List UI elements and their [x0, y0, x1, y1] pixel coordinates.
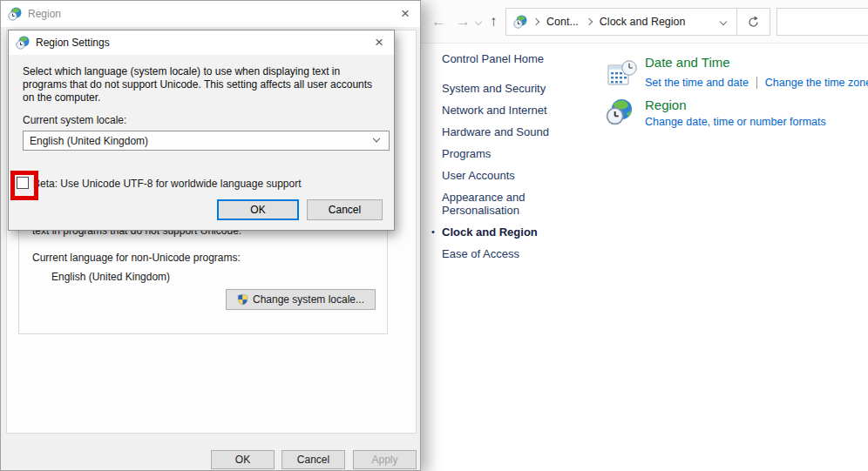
- breadcrumb-current[interactable]: Clock and Region: [596, 16, 689, 28]
- breadcrumb-chevron-icon[interactable]: [532, 18, 539, 25]
- breadcrumb-chevron-icon[interactable]: [586, 18, 593, 25]
- utf8-beta-checkbox-label[interactable]: Beta: Use Unicode UTF-8 for worldwide la…: [33, 178, 302, 190]
- up-icon[interactable]: ↑: [490, 11, 498, 32]
- control-panel-nav: Control Panel Home System and Security N…: [442, 52, 574, 269]
- region-settings-ok-button[interactable]: OK: [217, 199, 299, 220]
- refresh-icon[interactable]: [737, 16, 770, 29]
- back-icon[interactable]: ←: [431, 11, 446, 32]
- region-globe-icon: [8, 7, 22, 21]
- explorer-toolbar: ← → ↑ Cont... Clock and Region: [421, 0, 868, 44]
- address-bar[interactable]: Cont... Clock and Region: [505, 8, 770, 36]
- region-apply-button: Apply: [353, 450, 417, 469]
- section-date-and-time-title[interactable]: Date and Time: [645, 55, 730, 70]
- region-settings-title: Region Settings: [36, 37, 110, 49]
- close-icon[interactable]: ×: [390, 1, 420, 27]
- nav-label: Clock and Region: [442, 225, 538, 239]
- region-icon[interactable]: [606, 98, 633, 128]
- region-dialog-title: Region: [28, 8, 61, 20]
- link-change-time-zone[interactable]: Change the time zone: [765, 77, 868, 89]
- nav-clock-and-region[interactable]: • Clock and Region: [442, 225, 574, 239]
- nav-hardware-and-sound[interactable]: Hardware and Sound: [442, 125, 574, 138]
- screenshot-root: ← → ↑ Cont... Clock and Region: [0, 0, 868, 471]
- current-language-value: English (United Kingdom): [51, 271, 170, 283]
- region-globe-icon: [16, 36, 30, 50]
- region-settings-cancel-button[interactable]: Cancel: [307, 199, 383, 220]
- search-input[interactable]: [777, 9, 868, 35]
- date-time-icon[interactable]: [607, 58, 637, 91]
- link-separator: [756, 77, 757, 89]
- active-bullet-icon: •: [431, 225, 435, 239]
- history-chevron-icon[interactable]: [475, 18, 482, 25]
- region-ok-button[interactable]: OK: [211, 450, 275, 469]
- section-region-title[interactable]: Region: [645, 98, 687, 112]
- link-set-time-and-date[interactable]: Set the time and date: [645, 77, 749, 89]
- region-settings-dialog: Region Settings × Select which language …: [8, 30, 395, 231]
- nav-user-accounts[interactable]: User Accounts: [442, 169, 574, 182]
- region-settings-titlebar: Region Settings ×: [9, 30, 394, 55]
- system-locale-value: English (United Kingdom): [30, 135, 148, 147]
- region-settings-body: Select which language (system locale) to…: [9, 55, 394, 230]
- system-locale-label: Current system locale:: [23, 114, 126, 126]
- region-cancel-button[interactable]: Cancel: [281, 450, 345, 469]
- link-change-formats[interactable]: Change date, time or number formats: [645, 116, 826, 128]
- region-dialog: Region × text in programs that do not su…: [0, 0, 421, 471]
- forward-icon[interactable]: →: [456, 11, 471, 32]
- nav-programs[interactable]: Programs: [442, 147, 574, 160]
- current-language-label: Current language for non-Unicode program…: [32, 252, 241, 264]
- control-panel-icon: [513, 15, 527, 29]
- control-panel-window: ← → ↑ Cont... Clock and Region: [421, 0, 868, 471]
- nav-system-and-security[interactable]: System and Security: [442, 82, 574, 95]
- system-locale-dropdown[interactable]: English (United Kingdom): [23, 131, 390, 151]
- nav-appearance-personalisation[interactable]: Appearance and Personalisation: [442, 191, 574, 217]
- search-box[interactable]: [776, 8, 868, 36]
- breadcrumb-root[interactable]: Cont...: [543, 16, 582, 28]
- change-system-locale-button[interactable]: Change system locale...: [226, 289, 376, 310]
- region-dialog-titlebar: Region ×: [1, 1, 420, 27]
- date-time-links: Set the time and date Change the time zo…: [645, 77, 868, 89]
- address-dropdown-icon[interactable]: [720, 18, 727, 25]
- nav-control-panel-home[interactable]: Control Panel Home: [442, 52, 574, 65]
- uac-shield-icon: [237, 293, 248, 306]
- nav-network-and-internet[interactable]: Network and Internet: [442, 104, 574, 117]
- region-settings-description: Select which language (system locale) to…: [23, 65, 385, 104]
- close-icon[interactable]: ×: [364, 30, 394, 55]
- change-system-locale-label: Change system locale...: [253, 293, 364, 306]
- nav-ease-of-access[interactable]: Ease of Access: [442, 247, 574, 260]
- utf8-beta-checkbox[interactable]: [17, 177, 29, 189]
- region-links: Change date, time or number formats: [645, 116, 826, 128]
- chevron-down-icon: [373, 134, 380, 141]
